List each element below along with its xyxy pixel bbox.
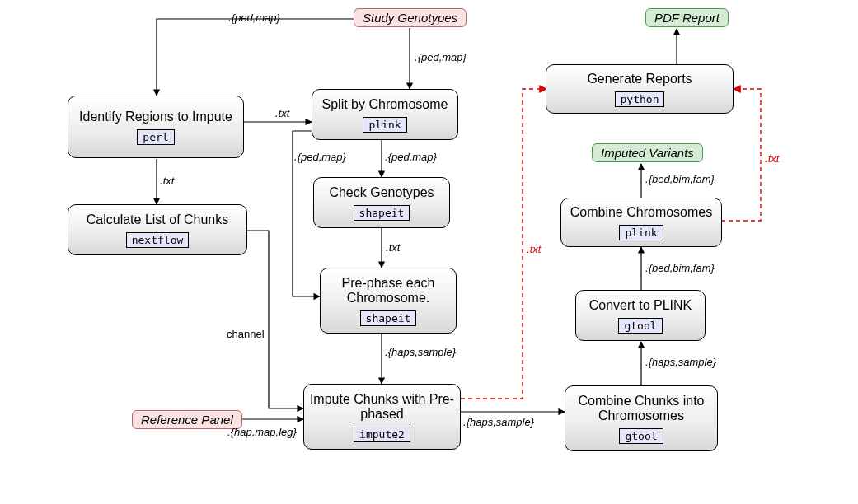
tool-badge: gtool xyxy=(619,428,663,444)
edge-label: .{ped,map} xyxy=(294,151,346,163)
node-title: Combine Chromosomes xyxy=(570,205,713,220)
node-title: Generate Reports xyxy=(587,72,692,86)
io-study-genotypes: Study Genotypes xyxy=(354,8,467,27)
node-title: Convert to PLINK xyxy=(589,298,692,313)
tool-badge: impute2 xyxy=(354,427,410,442)
edge-label: .txt xyxy=(527,243,541,255)
edge-label: .{bed,bim,fam} xyxy=(645,262,715,274)
tool-badge: shapeit xyxy=(354,205,410,221)
tool-badge: python xyxy=(615,91,665,107)
io-reference-panel: Reference Panel xyxy=(132,410,242,429)
edge-label: .{bed,bim,fam} xyxy=(645,173,715,185)
tool-badge: gtool xyxy=(618,318,662,334)
edge-label: .txt xyxy=(386,241,400,254)
node-calc-chunks: Calculate List of Chunks nextflow xyxy=(68,204,247,255)
edge-label: .{ped,map} xyxy=(415,51,467,63)
tool-badge: shapeit xyxy=(360,310,417,326)
edge-label: .{haps,sample} xyxy=(385,346,456,358)
tool-badge: plink xyxy=(619,225,663,240)
node-identify: Identify Regions to Impute perl xyxy=(68,96,244,158)
node-gen-reports: Generate Reports python xyxy=(546,64,734,114)
node-combine-chunks: Combine Chunks into Chromosomes gtool xyxy=(565,385,718,451)
node-title: Calculate List of Chunks xyxy=(87,212,229,227)
edge-label: .{ped,map} xyxy=(385,151,437,163)
node-impute-chunks: Impute Chunks with Pre-phased impute2 xyxy=(303,384,461,450)
edge-label: .{haps,sample} xyxy=(463,416,534,428)
edge-label: channel xyxy=(227,328,265,340)
node-split-chrom: Split by Chromosome plink xyxy=(312,89,458,140)
edge-label: .{haps,sample} xyxy=(645,356,716,368)
node-title: Split by Chromosome xyxy=(322,97,448,112)
edge-label: .{ped,map} xyxy=(228,12,280,24)
edge-label: .txt xyxy=(160,175,174,187)
node-title: Pre-phase each Chromosome. xyxy=(324,276,452,306)
tool-badge: plink xyxy=(363,117,406,133)
edge-label: .txt xyxy=(765,152,779,165)
node-check-geno: Check Genotypes shapeit xyxy=(313,177,450,228)
node-title: Check Genotypes xyxy=(329,185,434,200)
node-title: Combine Chunks into Chromosomes xyxy=(569,394,714,423)
edge-label: .txt xyxy=(275,107,289,119)
node-combine-chrom: Combine Chromosomes plink xyxy=(560,198,722,247)
edge-label: .{hap,map,leg} xyxy=(227,426,297,438)
node-prephase: Pre-phase each Chromosome. shapeit xyxy=(320,268,457,334)
tool-badge: nextflow xyxy=(126,232,190,248)
node-title: Impute Chunks with Pre-phased xyxy=(307,392,457,422)
diagram-canvas: Study Genotypes Reference Panel PDF Repo… xyxy=(0,0,858,504)
out-imputed-variants: Imputed Variants xyxy=(592,143,703,162)
tool-badge: perl xyxy=(137,129,174,145)
node-title: Identify Regions to Impute xyxy=(79,110,232,124)
node-convert-plink: Convert to PLINK gtool xyxy=(575,290,706,341)
out-pdf-report: PDF Report xyxy=(645,8,729,27)
